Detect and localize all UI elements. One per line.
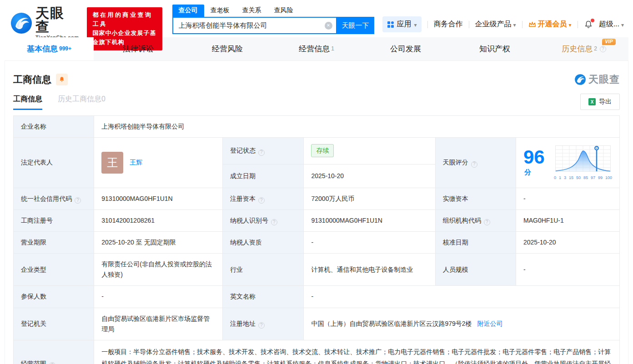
subscribe-bell-button[interactable] <box>56 74 68 85</box>
help-icon[interactable] <box>258 150 265 156</box>
header-menu: 应用 商务合作 企业级产品 开通会员 超级... <box>382 16 624 32</box>
value-english-name: - <box>304 286 620 308</box>
subtab-current-registration[interactable]: 工商信息 <box>13 95 42 110</box>
tab-label: 基本信息 <box>27 44 58 54</box>
subtab-history-registration[interactable]: 历史工商信息0 <box>58 95 106 110</box>
grid-icon <box>387 21 394 28</box>
label-text: 注册资本 <box>230 195 256 202</box>
clear-search-icon[interactable] <box>325 22 332 30</box>
search-tab-risk[interactable]: 查风险 <box>268 5 300 17</box>
help-icon[interactable] <box>75 197 81 204</box>
tianyancha-logo[interactable]: 天眼查 TianYanCha.com <box>11 6 79 40</box>
tab-label: 公司发展 <box>390 44 421 54</box>
label-taxpayer-id: 纳税人识别号 <box>222 210 304 232</box>
section-title: 工商信息 <box>13 73 51 86</box>
tab-label: 知识产权 <box>479 44 510 54</box>
help-icon[interactable] <box>484 219 490 225</box>
business-cooperation-link[interactable]: 商务合作 <box>434 20 463 29</box>
search-tab-company[interactable]: 查公司 <box>172 5 204 17</box>
help-icon[interactable] <box>600 46 606 52</box>
value-company-type: 有限责任公司(非自然人投资或控股的法人独资) <box>94 254 223 286</box>
logo-title: 天眼查 <box>35 6 79 34</box>
tab-label: 经营风险 <box>212 44 243 54</box>
chevron-down-icon <box>513 20 516 29</box>
value-approval-date: 2025-10-20 <box>516 232 620 254</box>
enterprise-products-label: 企业级产品 <box>475 20 512 29</box>
crown-icon <box>528 21 536 28</box>
label-text: 经营范围 <box>21 360 46 364</box>
label-paid-capital: 实缴资本 <box>435 188 516 209</box>
label-text: 天眼评分 <box>443 159 468 166</box>
value-tianyan-score: 96分 <box>516 138 620 188</box>
search-tab-boss[interactable]: 查老板 <box>204 5 236 17</box>
chevron-down-icon <box>414 20 417 29</box>
label-text: 登记状态 <box>230 147 256 154</box>
value-insured-count: - <box>94 286 223 308</box>
enterprise-products-link[interactable]: 企业级产品 <box>475 20 516 29</box>
label-english-name: 英文名称 <box>222 286 304 308</box>
divider <box>578 21 578 28</box>
value-business-scope: 一般项目：半导体分立器件销售；技术服务、技术开发、技术咨询、技术交流、技术转让、… <box>94 340 620 364</box>
label-org-code: 组织机构代码 <box>435 210 516 232</box>
notification-dot <box>591 19 594 22</box>
tab-label: 法律诉讼 <box>123 44 154 54</box>
help-icon[interactable] <box>271 219 277 225</box>
table-row: 经营范围 一般项目：半导体分立器件销售；技术服务、技术开发、技术咨询、技术交流、… <box>14 340 620 364</box>
tab-intellectual-property[interactable]: 知识产权 <box>450 37 539 60</box>
value-staff-size: - <box>516 254 620 286</box>
label-text: 组织机构代码 <box>443 217 481 224</box>
tab-legal-proceedings[interactable]: 法律诉讼 <box>94 37 183 60</box>
label-business-scope: 经营范围 <box>14 340 94 364</box>
score-value: 96 <box>523 146 545 168</box>
help-icon[interactable] <box>258 322 265 329</box>
bell-icon <box>59 76 65 83</box>
search-tab-relation[interactable]: 查关系 <box>236 5 268 17</box>
search-button[interactable]: 天眼一下 <box>337 17 374 34</box>
label-industry: 行业 <box>222 254 304 286</box>
label-registration-number: 工商注册号 <box>14 210 94 232</box>
tab-operational-risk[interactable]: 经营风险 <box>183 37 272 60</box>
table-row: 企业类型 有限责任公司(非自然人投资或控股的法人独资) 行业 计算机、通信和其他… <box>14 254 620 286</box>
value-legal-representative: 王 王辉 <box>94 138 223 188</box>
super-vip-label: 超级... <box>599 20 619 29</box>
tab-company-development[interactable]: 公司发展 <box>361 37 450 60</box>
open-membership-label: 开通会员 <box>538 20 567 29</box>
search-input[interactable] <box>179 22 325 30</box>
value-paid-capital: - <box>516 188 620 209</box>
vip-badge: VIP <box>602 39 616 45</box>
nearby-companies-link[interactable]: 附近公司 <box>477 320 503 327</box>
score-axis-ticks: 0131550859799100 <box>554 175 612 181</box>
label-approval-date: 核准日期 <box>435 232 516 254</box>
label-registration-status: 登记状态 <box>222 138 304 165</box>
table-row: 登记机关 自由贸易试验区临港新片区市场监督管理局 注册地址 中国（上海）自由贸易… <box>14 308 620 340</box>
export-button[interactable]: 导出 <box>580 94 620 110</box>
value-registration-authority: 自由贸易试验区临港新片区市场监督管理局 <box>94 308 223 340</box>
main-content: 工商信息 天眼查 工商信息 历史工商信息0 导出 <box>5 61 628 364</box>
label-credit-code: 统一社会信用代码 <box>14 188 94 209</box>
value-business-term: 2025-10-20 至 无固定期限 <box>94 232 223 254</box>
avatar[interactable]: 王 <box>101 152 123 174</box>
search-tabs: 查公司 查老板 查关系 查风险 <box>172 5 374 17</box>
value-registration-number: 310142001208261 <box>94 210 223 232</box>
open-membership-link[interactable]: 开通会员 <box>528 20 572 29</box>
tab-history-info[interactable]: VIP 历史信息 2 <box>539 37 628 60</box>
label-company-type: 企业类型 <box>14 254 94 286</box>
apps-menu[interactable]: 应用 <box>382 16 422 32</box>
tab-basic-info[interactable]: 基本信息 999+ <box>5 37 94 60</box>
legal-representative-link[interactable]: 王辉 <box>130 157 142 168</box>
address-text: 中国（上海）自由贸易试验区临港新片区云汉路979号2楼 <box>311 320 472 327</box>
help-icon[interactable] <box>471 161 477 168</box>
label-staff-size: 人员规模 <box>435 254 516 286</box>
help-icon[interactable] <box>49 362 55 364</box>
score-unit: 分 <box>524 168 531 176</box>
label-taxpayer-quality: 纳税人资质 <box>222 232 304 254</box>
search-box <box>172 17 337 34</box>
notifications-bell[interactable] <box>584 20 593 29</box>
score-number: 96分 <box>523 148 549 178</box>
super-vip-link[interactable]: 超级... <box>599 20 624 29</box>
label-text: 统一社会信用代码 <box>21 195 72 202</box>
table-row: 企业名称 上海积塔创能半导体有限公司 <box>14 116 620 138</box>
tab-business-info[interactable]: 经营信息 1 <box>272 37 361 60</box>
help-icon[interactable] <box>258 197 265 204</box>
value-org-code: MAG0HF1U-1 <box>516 210 620 232</box>
